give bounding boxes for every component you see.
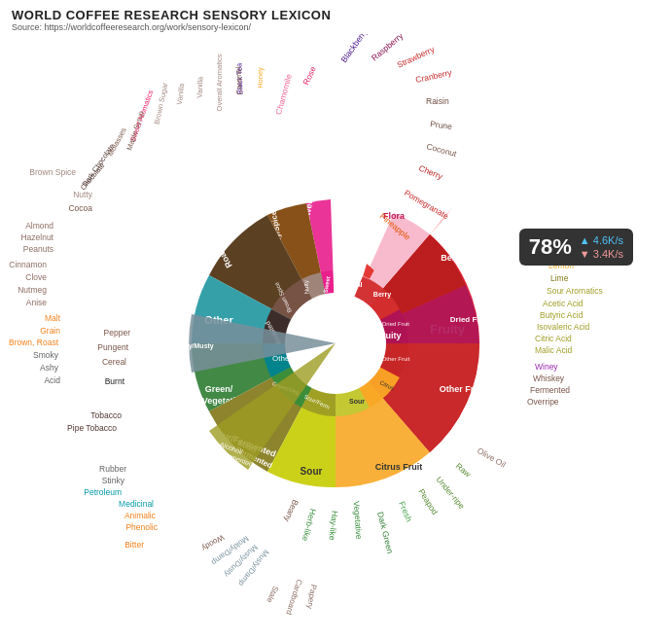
header: WORLD COFFEE RESEARCH SENSORY LEXICON So… (0, 0, 672, 34)
acid-label: Acid (44, 375, 60, 385)
almond-label: Almond (25, 221, 53, 231)
pomegranate-label: Pomegranate (403, 188, 450, 221)
raw-label: Raw (454, 461, 474, 480)
fermented-label: Fermented (530, 385, 570, 395)
ashy-label: Ashy (40, 363, 59, 373)
other-fruit-label: Other Fruit (440, 384, 485, 394)
overall-aromatics-label: Overall Aromatics (215, 53, 224, 111)
inner-berry-label: Berry (373, 291, 391, 299)
inner-sour-label: Sour (349, 398, 365, 405)
medicinal-label: Medicinal (119, 499, 154, 509)
dried-fruit-label: Dried Fruit (450, 315, 490, 324)
citrus-label: Citrus Fruit (375, 462, 423, 472)
stale-label: Stale (265, 585, 280, 605)
pipe-tobacco-label: Pipe Tobacco (67, 423, 117, 433)
animalic-label: Animalic (124, 511, 157, 520)
inner-floral-label: Floral (343, 281, 362, 288)
raisin-label: Raisin (426, 96, 449, 106)
cherry-label: Cherry (417, 163, 444, 182)
grain-label: Grain (40, 326, 60, 336)
peanuts-label: Peanuts (23, 244, 53, 254)
brown-spice-label2: Brown Spice (29, 167, 76, 177)
tooltip-overlay: 78% ▲ 4.6K/s ▼ 3.4K/s (519, 229, 633, 266)
sour-label: Sour (301, 466, 323, 477)
phenolic-label: Phenolic (125, 522, 158, 532)
page-title: WORLD COFFEE RESEARCH SENSORY LEXICON (12, 8, 660, 22)
cocoa-label: Cocoa (68, 203, 92, 213)
vanilla-label: Vanilla (175, 82, 187, 105)
vanilla2-label: Vanilla (195, 76, 204, 98)
pungent-label: Pungent (97, 342, 128, 352)
acetic-acid-label: Acetic Acid (543, 299, 584, 308)
whiskey-label: Whiskey (533, 373, 565, 383)
tooltip-percent: 78% (529, 234, 572, 260)
green-veg-label: Green/ (205, 384, 233, 394)
cinnamon-label: Cinnamon (9, 260, 47, 269)
tooltip-down-stat: ▼ 3.4K/s (580, 248, 623, 260)
source-text: Source: https://worldcoffeeresearch.org/… (12, 22, 660, 32)
cereal-label: Cereal (102, 357, 126, 367)
peapod-label: Peapod (416, 487, 440, 516)
inner-otherfruit-label: Other Fruit (382, 356, 410, 362)
inner-nutty-label: Nutty (302, 280, 309, 294)
petroleum-label: Petroleum (84, 487, 122, 497)
anise-label: Anise (26, 298, 48, 307)
prune-label: Prune (430, 119, 453, 131)
lime-label: Lime (550, 273, 569, 283)
butyric-acid-label: Butyric Acid (540, 310, 584, 320)
herblike-label: Herb-like (301, 508, 319, 543)
nutmeg-label: Nutmeg (18, 285, 47, 295)
burnt-label: Burnt (105, 376, 125, 386)
smoky-label: Smoky (33, 350, 59, 360)
fresh-label: Fresh (397, 500, 414, 523)
papery-musty-label: Papery/Musty (169, 342, 214, 350)
rose-label: Rose (301, 64, 318, 86)
tobacco-label: Tobacco (90, 410, 122, 420)
olive-oil-label: Olive Oil (476, 445, 508, 470)
berry-label: Berry (441, 253, 464, 263)
brown-sugar-label: Brown Sugar (153, 82, 170, 125)
nutty-label2: Nutty (73, 190, 93, 199)
winey-label: Winey (535, 362, 558, 372)
rubber-label: Rubber (99, 464, 126, 474)
inner-driedfruit-label: Dried Fruit (382, 321, 409, 327)
isovaleric-acid-label: Isovaleric Acid (537, 322, 590, 332)
sour-aromatics-label: Sour Aromatics (547, 286, 603, 296)
malt-label: Malt (45, 313, 61, 323)
brown-roast-label: Brown, Roast (9, 338, 59, 347)
pepper-label: Pepper (104, 328, 131, 338)
clove-label: Clove (25, 272, 47, 282)
strawberry-label: Strawberry (396, 44, 437, 70)
papery-label: Papery (305, 584, 318, 610)
chart-container: Fruity Flora Sweet Nutty/Spice/Cocoa Roa… (0, 34, 672, 637)
woody-label: Woody (200, 533, 226, 552)
flavor-wheel: Fruity Flora Sweet Nutty/Spice/Cocoa Roa… (0, 34, 672, 637)
haylike-label: Hay-like (327, 511, 339, 542)
caramel-label: Caramel (234, 66, 243, 94)
malic-acid-label: Malic Acid (535, 345, 573, 355)
chamomile-label: Chamomile (273, 73, 294, 116)
tooltip-stats: ▲ 4.6K/s ▼ 3.4K/s (580, 234, 623, 260)
vegetative-label: Vegetative (352, 501, 365, 541)
cranberry-label: Cranberry (414, 67, 453, 85)
overripe-label: Overripe (527, 397, 559, 407)
molasses-label: Molasses (106, 126, 128, 158)
tooltip-up-stat: ▲ 4.6K/s (580, 234, 623, 246)
citric-acid-label: Citric Acid (535, 334, 572, 343)
blackberry-label: Blackberry (338, 34, 370, 64)
cardboard-label: Cardboard (284, 578, 303, 616)
bitter-label: Bitter (124, 540, 144, 550)
stinky-label: Stinky (102, 476, 125, 485)
coconut-label: Coconut (425, 141, 458, 159)
beany-label: Beany (282, 498, 301, 524)
hazelnut-label: Hazelnut (20, 232, 53, 242)
dark-green-label: Dark Green (375, 511, 395, 554)
honey-label: Honey (256, 67, 265, 89)
underripe-label: Under-ripe (434, 475, 467, 511)
inner-fruity-label: Fruity (376, 331, 401, 340)
